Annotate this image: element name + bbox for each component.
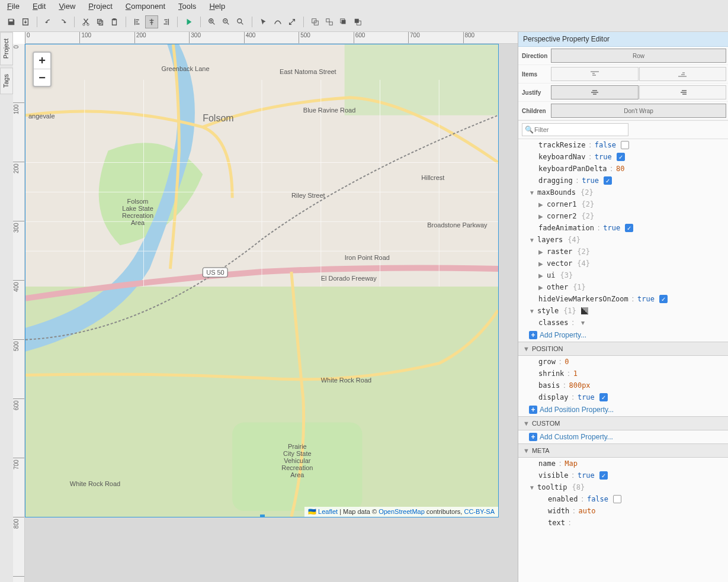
map-tiles: Folsom angevale Hillcrest FolsomLake Sta… xyxy=(25,44,498,517)
style-edit-icon[interactable] xyxy=(581,307,588,314)
style-caret[interactable]: ▼ xyxy=(529,308,535,314)
align-center-icon[interactable] xyxy=(145,15,158,28)
children-nowrap-option[interactable]: Don't Wrap xyxy=(551,104,726,118)
selection-handle[interactable] xyxy=(260,515,265,517)
import-icon[interactable] xyxy=(19,15,32,28)
justify-end-option[interactable] xyxy=(639,85,727,99)
side-tabs: Project Tags xyxy=(0,32,13,582)
visible-checkbox[interactable] xyxy=(599,471,608,480)
osm-link[interactable]: OpenStreetMap xyxy=(379,508,425,515)
svg-text:Broadstone Parkway: Broadstone Parkway xyxy=(427,221,488,229)
copy-icon[interactable] xyxy=(94,15,107,28)
map-attribution: 🇺🇦 Leaflet | Map data © OpenStreetMap co… xyxy=(304,507,498,517)
corner1-caret[interactable]: ▶ xyxy=(538,201,544,208)
add-property-link[interactable]: +Add Property... xyxy=(518,329,728,342)
keyboardnav-checkbox[interactable] xyxy=(617,153,625,161)
add-custom-link[interactable]: +Add Custom Property... xyxy=(518,430,728,443)
menu-edit[interactable]: Edit xyxy=(33,2,46,11)
direction-label: Direction xyxy=(518,49,549,63)
svg-text:US 50: US 50 xyxy=(206,269,225,276)
zoom-out-icon[interactable] xyxy=(220,15,233,28)
menu-view[interactable]: View xyxy=(59,2,75,11)
raster-caret[interactable]: ▶ xyxy=(538,249,544,255)
zoom-out-button[interactable]: − xyxy=(34,69,50,86)
items-end-option[interactable] xyxy=(639,67,727,81)
align-right-icon[interactable] xyxy=(159,15,172,28)
play-icon[interactable] xyxy=(182,15,195,28)
add-position-link[interactable]: +Add Position Property... xyxy=(518,403,728,416)
items-label: Items xyxy=(518,67,549,81)
menu-help[interactable]: Help xyxy=(209,2,225,11)
tab-tags[interactable]: Tags xyxy=(0,67,13,94)
menu-component[interactable]: Component xyxy=(126,2,165,11)
menu-file[interactable]: File xyxy=(7,2,20,11)
justify-center-option[interactable] xyxy=(551,85,639,99)
svg-text:Greenback Lane: Greenback Lane xyxy=(161,65,209,72)
vector-caret[interactable]: ▶ xyxy=(538,261,544,267)
front-icon[interactable] xyxy=(337,15,350,28)
toolbar xyxy=(0,12,728,32)
direction-row-option[interactable]: Row xyxy=(551,49,726,63)
resize-icon[interactable] xyxy=(286,15,299,28)
paste-icon[interactable] xyxy=(108,15,121,28)
corner2-caret[interactable]: ▶ xyxy=(538,213,544,220)
cut-icon[interactable] xyxy=(79,15,92,28)
maxbounds-caret[interactable]: ▼ xyxy=(529,189,535,196)
zoom-in-button[interactable]: + xyxy=(34,53,50,69)
menu-tools[interactable]: Tools xyxy=(178,2,196,11)
zoom-fit-icon[interactable] xyxy=(234,15,247,28)
search-icon: 🔍 xyxy=(525,126,534,134)
inspector-title: Perspective Property Editor xyxy=(518,32,728,47)
custom-section[interactable]: ▼CUSTOM xyxy=(518,416,728,430)
fadeanimation-checkbox[interactable] xyxy=(625,224,633,232)
group-icon[interactable] xyxy=(309,15,322,28)
svg-text:Blue Ravine Road: Blue Ravine Road xyxy=(303,107,355,114)
redo-icon[interactable] xyxy=(56,15,69,28)
svg-text:Iron Point Road: Iron Point Road xyxy=(345,254,390,261)
svg-text:angevale: angevale xyxy=(28,112,55,120)
children-label: Children xyxy=(518,104,549,118)
trackresize-checkbox[interactable] xyxy=(621,141,629,149)
svg-rect-15 xyxy=(345,44,498,115)
ruler-vertical: 0100200300400500600700800 xyxy=(13,44,25,582)
ui-caret[interactable]: ▶ xyxy=(538,272,544,279)
align-left-icon[interactable] xyxy=(131,15,144,28)
svg-text:Folsom: Folsom xyxy=(203,113,233,123)
svg-text:El Dorado Freeway: El Dorado Freeway xyxy=(321,275,377,282)
svg-text:White Rock Road: White Rock Road xyxy=(70,480,120,487)
property-tree: trackResize:false keyboardNav:true keybo… xyxy=(518,139,728,582)
ungroup-icon[interactable] xyxy=(323,15,336,28)
hideviewmarkers-checkbox[interactable] xyxy=(659,295,668,303)
license-link[interactable]: CC-BY-SA xyxy=(464,508,495,515)
tooltip-caret[interactable]: ▼ xyxy=(529,484,535,491)
items-start-option[interactable] xyxy=(551,67,639,81)
display-checkbox[interactable] xyxy=(599,393,608,401)
tab-project[interactable]: Project xyxy=(0,32,13,65)
meta-section[interactable]: ▼META xyxy=(518,443,728,458)
pointer-icon[interactable] xyxy=(257,15,270,28)
leaflet-link[interactable]: Leaflet xyxy=(318,508,338,515)
tooltip-enabled-checkbox[interactable] xyxy=(613,495,621,503)
design-canvas: 0100200300400500600700800 01002003004005… xyxy=(13,32,518,582)
menubar: File Edit View Project Component Tools H… xyxy=(0,0,728,12)
menu-project[interactable]: Project xyxy=(88,2,112,11)
bezier-icon[interactable] xyxy=(271,15,284,28)
classes-dropdown[interactable]: ▾ xyxy=(581,319,585,327)
position-section[interactable]: ▼POSITION xyxy=(518,342,728,356)
zoom-in-icon[interactable] xyxy=(206,15,219,28)
back-icon[interactable] xyxy=(351,15,364,28)
other-caret[interactable]: ▶ xyxy=(538,284,544,291)
svg-point-4 xyxy=(238,19,242,23)
undo-icon[interactable] xyxy=(42,15,55,28)
layers-caret[interactable]: ▼ xyxy=(529,237,535,243)
save-icon[interactable] xyxy=(5,15,18,28)
property-inspector: Perspective Property Editor Direction Ro… xyxy=(518,32,728,582)
zoom-control: + − xyxy=(33,52,52,87)
svg-text:Riley Street: Riley Street xyxy=(291,192,325,199)
svg-text:East Natoma Street: East Natoma Street xyxy=(280,68,336,75)
filter-input[interactable] xyxy=(522,123,628,136)
svg-rect-8 xyxy=(329,22,332,25)
map-component[interactable]: Folsom angevale Hillcrest FolsomLake Sta… xyxy=(25,44,499,517)
dragging-checkbox[interactable] xyxy=(604,176,612,185)
svg-text:Hillcrest: Hillcrest xyxy=(421,174,444,181)
